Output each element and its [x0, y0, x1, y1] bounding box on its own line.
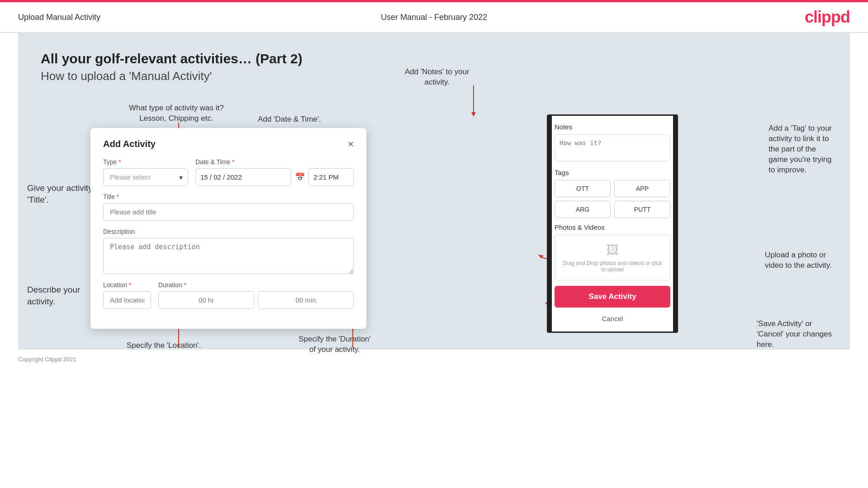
add-activity-dialog: Add Activity × Type * Please select Date… [90, 128, 366, 329]
doc-title: User Manual - February 2022 [381, 13, 487, 22]
photo-drop-text: Drag and Drop photos and videos or click… [562, 260, 663, 273]
date-input[interactable] [195, 168, 291, 186]
type-select[interactable]: Please select [103, 168, 188, 186]
annotation-upload: Upload a photo or video to the activity. [765, 250, 832, 271]
location-label: Location * [103, 281, 151, 289]
annotation-duration: Specify the 'Duration' of your activity. [299, 334, 371, 355]
notes-label: Notes [555, 123, 670, 131]
type-label: Type * [103, 158, 188, 166]
form-group-datetime: Date & Time * 📅 [195, 158, 354, 186]
form-group-location: Location * [103, 281, 151, 309]
cancel-link[interactable]: Cancel [555, 312, 670, 325]
tag-putt[interactable]: PUTT [614, 201, 670, 218]
location-input[interactable] [103, 291, 151, 309]
main-title: All your golf-relevant activities… (Part… [41, 51, 827, 66]
tag-arg[interactable]: ARG [555, 201, 611, 218]
annotation-notes: Add 'Notes' to your activity. [405, 67, 470, 88]
copyright: Copyright Clippd 2021 [18, 356, 76, 363]
annotation-give-title: Give your activity a 'Title'. [27, 182, 100, 205]
svg-marker-15 [471, 112, 476, 117]
main-content: All your golf-relevant activities… (Part… [18, 33, 850, 350]
date-time-group: 📅 [195, 168, 354, 186]
duration-hr-input[interactable] [158, 291, 254, 309]
phone-content: Notes Tags OTT APP ARG PUTT Photos & Vid… [548, 116, 677, 332]
page-title: Upload Manual Activity [18, 13, 100, 22]
dialog-title: Add Activity [103, 139, 156, 149]
description-textarea[interactable] [103, 238, 354, 274]
photo-icon: 🖼 [562, 242, 663, 257]
tags-label: Tags [555, 169, 670, 176]
type-select-wrapper: Please select [103, 168, 188, 186]
logo: clippd [805, 8, 850, 27]
form-row-type-datetime: Type * Please select Date & Time * 📅 [103, 158, 354, 186]
annotation-what-type: What type of activity was it? Lesson, Ch… [129, 103, 224, 124]
calendar-icon[interactable]: 📅 [295, 172, 305, 182]
photos-label: Photos & Videos [555, 223, 670, 231]
duration-min-input[interactable] [258, 291, 354, 309]
annotation-location: Specify the 'Location'. [127, 341, 201, 351]
photo-drop-area[interactable]: 🖼 Drag and Drop photos and videos or cli… [555, 235, 670, 280]
form-row-location-duration: Location * Duration * [103, 281, 354, 309]
annotation-tag: Add a 'Tag' to your activity to link it … [768, 123, 832, 175]
save-activity-button[interactable]: Save Activity [555, 286, 670, 308]
form-group-duration: Duration * [158, 281, 354, 309]
tag-app[interactable]: APP [614, 180, 670, 197]
time-input[interactable] [308, 168, 354, 186]
form-group-title: Title * [103, 193, 354, 221]
close-button[interactable]: × [348, 139, 354, 149]
notes-textarea[interactable] [555, 134, 670, 161]
form-group-description: Description [103, 228, 354, 274]
title-input[interactable] [103, 203, 354, 221]
duration-label: Duration * [158, 281, 354, 289]
phone-panel: Notes Tags OTT APP ARG PUTT Photos & Vid… [547, 114, 678, 333]
annotation-save: 'Save Activity' or 'Cancel' your changes… [757, 319, 832, 350]
description-label: Description [103, 228, 354, 235]
datetime-label: Date & Time * [195, 158, 354, 166]
tag-ott[interactable]: OTT [555, 180, 611, 197]
footer: Copyright Clippd 2021 [0, 350, 868, 369]
title-label: Title * [103, 193, 354, 200]
dialog-header: Add Activity × [103, 139, 354, 149]
tags-grid: OTT APP ARG PUTT [555, 180, 670, 218]
annotation-date-time: Add 'Date & Time'. [258, 114, 321, 125]
svg-marker-19 [538, 255, 544, 258]
annotation-describe: Describe your activity. [27, 284, 80, 307]
duration-group [158, 291, 354, 309]
form-group-type: Type * Please select [103, 158, 188, 186]
top-bar: Upload Manual Activity User Manual - Feb… [0, 2, 868, 33]
